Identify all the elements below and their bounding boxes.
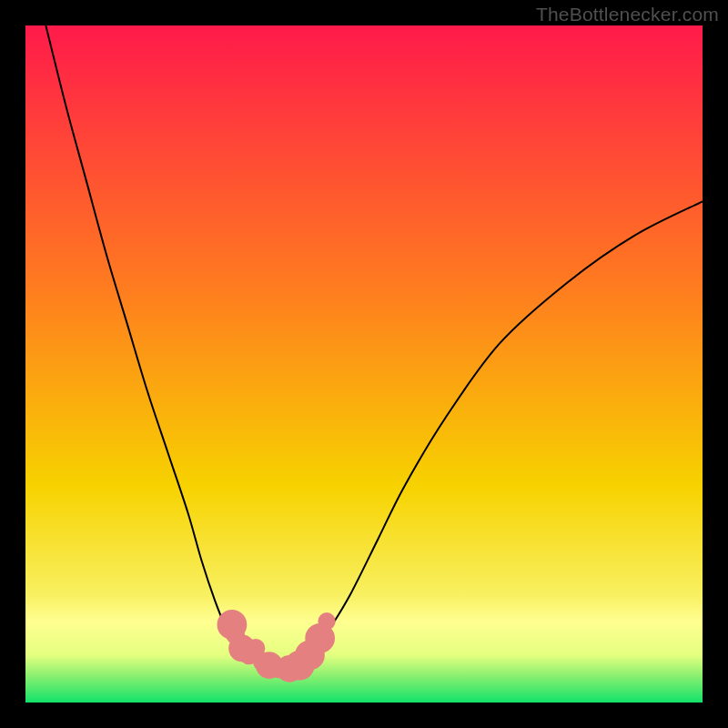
plot-area [25,25,703,703]
gradient-background [25,25,703,703]
chart-frame: TheBottlenecker.com [0,0,728,728]
data-point [318,612,335,630]
chart-svg [25,25,703,703]
watermark-text: TheBottlenecker.com [536,4,719,25]
